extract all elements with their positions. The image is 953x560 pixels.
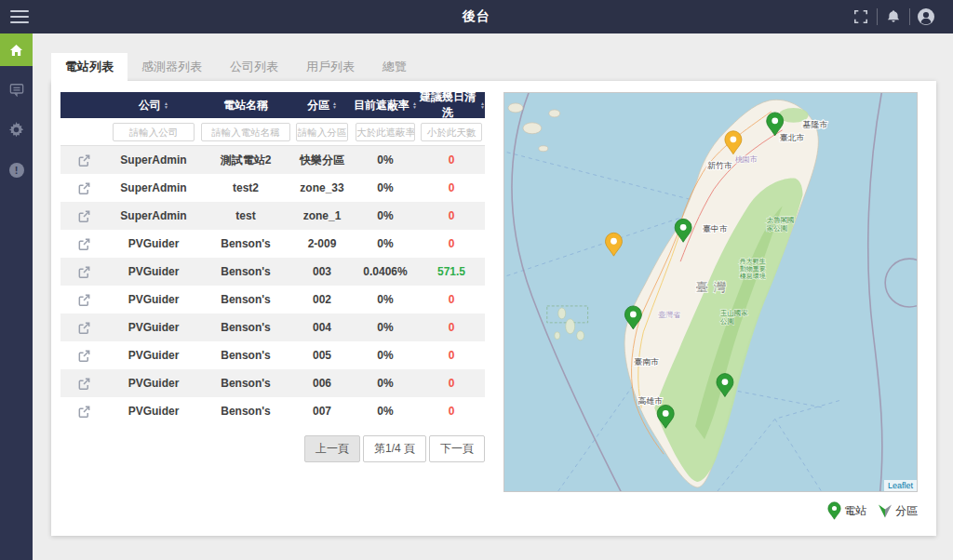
map-label: 家公園: [767, 224, 787, 233]
table-row: PVGuider Benson's 005 0% 0: [60, 341, 485, 369]
fullscreen-button[interactable]: [845, 0, 877, 33]
sidebar-item-messages[interactable]: [0, 73, 33, 106]
map-label: 丹大野生: [739, 258, 766, 265]
map-label: 太魯閣國: [767, 216, 795, 224]
cell-days-to-clean: 0: [418, 209, 485, 222]
external-link-icon: [77, 265, 91, 279]
account-button[interactable]: [910, 0, 942, 33]
cell-shading-rate: 0%: [353, 377, 418, 390]
cell-zone: zone_1: [291, 209, 353, 222]
sidebar-item-home[interactable]: [0, 33, 33, 66]
external-link-icon: [77, 237, 91, 251]
open-station-button[interactable]: [77, 405, 91, 419]
exclamation-icon: !: [9, 163, 24, 178]
open-station-button[interactable]: [77, 181, 91, 195]
prev-page-button[interactable]: 上一頁: [304, 435, 360, 462]
menu-toggle-button[interactable]: [10, 10, 29, 23]
filter-shading-rate-input[interactable]: [356, 123, 415, 141]
tab-station-list[interactable]: 電站列表: [51, 53, 128, 81]
cell-station-name: Benson's: [200, 377, 291, 390]
table-row: PVGuider Benson's 2-009 0% 0: [60, 230, 485, 258]
cell-days-to-clean: 0: [418, 153, 485, 167]
table-row: PVGuider Benson's 002 0% 0: [60, 286, 485, 313]
column-days-to-clean[interactable]: 建議幾日清洗 ▲▼: [418, 89, 485, 121]
cell-days-to-clean: 0: [418, 181, 485, 194]
cell-company: PVGuider: [107, 377, 200, 390]
table-row: PVGuider Benson's 007 0% 0: [60, 397, 485, 425]
open-station-button[interactable]: [77, 153, 91, 167]
table-row: SuperAdmin 測試電站2 快樂分區 0% 0: [60, 146, 485, 174]
page-indicator[interactable]: 第1/4 頁: [363, 435, 426, 462]
filter-days-input[interactable]: [421, 123, 482, 141]
table-body: SuperAdmin 測試電站2 快樂分區 0% 0 SuperAdmin te…: [60, 146, 485, 425]
map-label: 高雄市: [638, 396, 663, 406]
cell-company: SuperAdmin: [107, 209, 200, 222]
station-table: 公司 ▲▼ 電站名稱 分區 ▲▼ 目前遮蔽率 ▲▼ 建議幾日清洗 ▲▼: [60, 92, 485, 525]
cell-shading-rate: 0%: [353, 237, 418, 250]
map-label: 桃園市: [735, 155, 758, 164]
tab-user-list[interactable]: 用戶列表: [292, 53, 369, 81]
open-station-button[interactable]: [77, 293, 91, 307]
column-shading-rate[interactable]: 目前遮蔽率 ▲▼: [353, 98, 418, 113]
open-station-button[interactable]: [77, 377, 91, 391]
cell-company: PVGuider: [107, 405, 200, 418]
filter-company-input[interactable]: [113, 123, 195, 141]
open-station-button[interactable]: [77, 237, 91, 251]
sidebar-item-settings[interactable]: [0, 113, 33, 146]
table-row: PVGuider Benson's 004 0% 0: [60, 313, 485, 341]
tab-sensor-list[interactable]: 感測器列表: [128, 53, 216, 81]
cell-zone: 004: [291, 321, 353, 334]
cell-days-to-clean: 571.5: [418, 265, 485, 278]
column-company[interactable]: 公司 ▲▼: [107, 98, 200, 113]
tab-overview[interactable]: 總覽: [369, 53, 421, 81]
bell-icon: [886, 9, 901, 24]
main-content: 電站列表 感測器列表 公司列表 用戶列表 總覽 公司 ▲▼ 電站名稱 分區 ▲▼: [33, 33, 953, 560]
map-label: 玉山國家: [720, 309, 748, 317]
sort-icon: ▲▼: [480, 101, 485, 109]
cell-zone: 006: [291, 377, 353, 390]
cell-days-to-clean: 0: [418, 321, 485, 334]
cell-zone: 005: [291, 349, 353, 362]
legend-station: 電站: [827, 501, 866, 520]
cell-station-name: test: [200, 209, 291, 222]
open-station-button[interactable]: [77, 265, 91, 279]
open-station-button[interactable]: [77, 321, 91, 335]
sidebar-item-alerts[interactable]: !: [0, 153, 33, 186]
sidebar: !: [0, 33, 33, 560]
filter-zone-input[interactable]: [296, 123, 348, 141]
filter-row: [60, 118, 485, 146]
external-link-icon: [77, 405, 91, 419]
open-station-button[interactable]: [77, 349, 91, 363]
cell-shading-rate: 0%: [353, 209, 418, 222]
leaflet-attribution[interactable]: Leaflet: [884, 480, 917, 491]
cell-company: PVGuider: [107, 349, 200, 362]
column-zone[interactable]: 分區 ▲▼: [291, 98, 353, 113]
tab-company-list[interactable]: 公司列表: [216, 53, 292, 81]
cell-shading-rate: 0%: [353, 321, 418, 334]
cell-zone: 003: [291, 265, 353, 278]
legend-zone: 分區: [878, 502, 918, 519]
cell-zone: 007: [291, 405, 353, 418]
station-pin-icon: [827, 501, 841, 520]
map-label: 基隆市: [803, 120, 828, 129]
cell-company: PVGuider: [107, 321, 200, 334]
cell-station-name: Benson's: [200, 405, 291, 418]
notifications-button[interactable]: [878, 0, 909, 33]
cell-days-to-clean: 0: [418, 405, 485, 418]
cell-zone: 2-009: [291, 237, 353, 250]
filter-station-name-input[interactable]: [201, 123, 290, 141]
cell-zone: 快樂分區: [291, 153, 353, 168]
next-page-button[interactable]: 下一頁: [429, 435, 485, 462]
external-link-icon: [77, 153, 91, 167]
cell-company: PVGuider: [107, 293, 200, 306]
open-station-button[interactable]: [77, 209, 91, 223]
cell-shading-rate: 0.0406%: [353, 265, 418, 278]
map[interactable]: 基隆市臺北市桃園市新竹市臺中市太魯閣國家公園丹大野生動物重要棲息環境臺灣玉山國家…: [503, 92, 918, 492]
cell-station-name: Benson's: [200, 265, 291, 278]
cell-station-name: test2: [200, 181, 291, 194]
cell-station-name: Benson's: [200, 237, 291, 250]
table-row: PVGuider Benson's 003 0.0406% 571.5: [60, 258, 485, 286]
cell-shading-rate: 0%: [353, 349, 418, 362]
fullscreen-icon: [853, 9, 868, 24]
external-link-icon: [77, 293, 91, 307]
